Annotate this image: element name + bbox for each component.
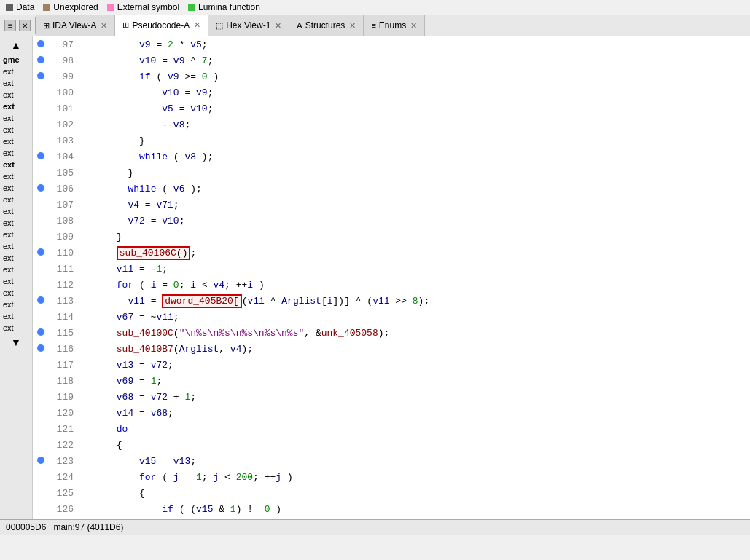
line-number: 124 — [50, 469, 79, 485]
sidebar-item-2[interactable]: ext — [0, 77, 32, 89]
breakpoint-dot[interactable] — [37, 40, 44, 47]
breakpoint-dot[interactable] — [37, 152, 44, 159]
sidebar-item-21[interactable]: ext — [0, 322, 32, 334]
breakpoint-dot[interactable] — [37, 457, 44, 464]
dot-cell — [33, 293, 50, 309]
code-line-content: while ( v6 ); — [79, 181, 750, 197]
dot-cell — [33, 373, 50, 389]
code-line-content: if ( v9 >= 0 ) — [79, 68, 750, 84]
table-row: 107 v4 = v71; — [33, 197, 750, 213]
table-row: 117 v13 = v72; — [33, 357, 750, 373]
dot-cell — [33, 197, 50, 213]
sidebar-scroll-down[interactable]: ▼ — [0, 334, 32, 351]
legend-bar: Data Unexplored External symbol Lumina f… — [0, 0, 750, 15]
sidebar-item-ext-bold-1[interactable]: ext — [0, 100, 32, 112]
code-line-content: v67 = ~v11; — [79, 309, 750, 325]
sidebar-item-13[interactable]: ext — [0, 229, 32, 240]
dot-cell — [33, 245, 50, 261]
line-number: 105 — [50, 165, 79, 181]
win-btn-menu[interactable]: ≡ — [4, 20, 16, 31]
window-controls: ≡ ✕ — [0, 17, 36, 34]
table-row: 109 } — [33, 229, 750, 245]
tab-close-enums[interactable]: ✕ — [410, 21, 417, 31]
sidebar-item-gme[interactable]: gme — [0, 54, 32, 66]
breakpoint-dot[interactable] — [37, 296, 44, 304]
dot-cell — [33, 325, 50, 341]
code-line-content: } — [79, 229, 750, 245]
code-line-content: sub_4010B7(Arglist, v4); — [79, 341, 750, 357]
tab-pseudocode[interactable]: ⊞ Pseudocode-A ✕ — [115, 15, 208, 36]
code-line-content: --v8; — [79, 117, 750, 133]
sidebar-item-8[interactable]: ext — [0, 170, 32, 182]
tab-hex-view[interactable]: ⬚ Hex View-1 ✕ — [208, 15, 289, 36]
sidebar-item-5[interactable]: ext — [0, 124, 32, 135]
legend-lumina: Lumina function — [188, 2, 260, 12]
sidebar-item-9[interactable]: ext — [0, 182, 32, 194]
legend-data: Data — [6, 2, 34, 12]
dot-cell — [33, 469, 50, 485]
dot-cell — [33, 68, 50, 84]
dot-cell — [33, 133, 50, 149]
tab-close-hex[interactable]: ✕ — [275, 21, 281, 31]
sidebar-item-20[interactable]: ext — [0, 310, 32, 322]
tab-label-struct: Structures — [305, 20, 345, 31]
line-number: 102 — [50, 117, 79, 133]
sidebar-item-11[interactable]: ext — [0, 205, 32, 217]
table-row: 121 do — [33, 421, 750, 437]
table-row: 105 } — [33, 165, 750, 181]
sidebar-item-1[interactable]: ext — [0, 66, 32, 77]
dot-cell — [33, 421, 50, 437]
tab-structures[interactable]: A Structures ✕ — [289, 15, 364, 36]
breakpoint-dot[interactable] — [37, 72, 44, 79]
tab-close-pseudo[interactable]: ✕ — [194, 20, 200, 30]
sidebar-item-17[interactable]: ext — [0, 275, 32, 287]
table-row: 103 } — [33, 133, 750, 149]
line-number: 97 — [50, 36, 79, 52]
sidebar-item-12[interactable]: ext — [0, 217, 32, 229]
win-btn-close[interactable]: ✕ — [19, 20, 31, 31]
code-line-content: v10 = v9; — [79, 84, 750, 100]
breakpoint-dot[interactable] — [37, 56, 44, 63]
legend-dot-lumina — [188, 4, 195, 11]
sidebar-item-18[interactable]: ext — [0, 287, 32, 299]
sidebar-scroll-up[interactable]: ▲ — [0, 36, 32, 54]
table-row: 101 v5 = v10; — [33, 100, 750, 117]
sidebar-item-19[interactable]: ext — [0, 299, 32, 310]
tab-close-ida[interactable]: ✕ — [101, 21, 107, 31]
table-row: 119 v68 = v72 + 1; — [33, 389, 750, 405]
code-area[interactable]: 97 v9 = 2 * v5; 98 v10 = v9 ^ 7; — [33, 36, 750, 519]
sidebar-item-10[interactable]: ext — [0, 194, 32, 205]
breakpoint-dot[interactable] — [37, 184, 44, 192]
table-row: 118 v69 = 1; — [33, 373, 750, 389]
line-number: 123 — [50, 453, 79, 469]
tab-ida-view[interactable]: ⊞ IDA View-A ✕ — [36, 15, 115, 36]
code-line-content: while ( v8 ); — [79, 149, 750, 165]
sidebar-item-16[interactable]: ext — [0, 264, 32, 275]
dot-cell — [33, 485, 50, 501]
line-number: 118 — [50, 373, 79, 389]
sidebar-item-15[interactable]: ext — [0, 252, 32, 264]
dot-cell — [33, 437, 50, 453]
tab-close-struct[interactable]: ✕ — [349, 21, 356, 31]
highlight-dword405b20: dword_405B20[ — [162, 294, 241, 308]
dot-cell — [33, 100, 50, 117]
sidebar-item-3[interactable]: ext — [0, 89, 32, 100]
breakpoint-dot[interactable] — [37, 328, 44, 336]
tab-enums[interactable]: ≡ Enums ✕ — [364, 15, 425, 36]
sidebar-item-14[interactable]: ext — [0, 240, 32, 252]
dot-cell — [33, 181, 50, 197]
table-row: 122 { — [33, 437, 750, 453]
sidebar-item-4[interactable]: ext — [0, 112, 32, 124]
table-row: 102 --v8; — [33, 117, 750, 133]
dot-cell — [33, 149, 50, 165]
breakpoint-dot[interactable] — [37, 344, 44, 352]
table-row: 98 v10 = v9 ^ 7; — [33, 52, 750, 68]
dot-cell — [33, 405, 50, 421]
sidebar-item-ext-bold-2[interactable]: ext — [0, 159, 32, 170]
line-number: 112 — [50, 277, 79, 293]
breakpoint-dot[interactable] — [37, 248, 44, 256]
sidebar-item-7[interactable]: ext — [0, 147, 32, 159]
code-line-content: for ( j = 1; j < 200; ++j ) — [79, 469, 750, 485]
code-line-content: v11 = -1; — [79, 261, 750, 277]
sidebar-item-6[interactable]: ext — [0, 135, 32, 147]
